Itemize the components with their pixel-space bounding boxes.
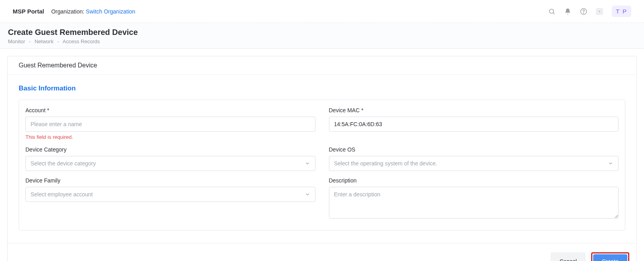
device-family-select[interactable]: Select employee account xyxy=(25,187,315,202)
device-os-placeholder: Select the operating system of the devic… xyxy=(334,160,437,167)
svg-line-1 xyxy=(553,13,554,14)
org-group: Organization: Switch Organization xyxy=(51,8,135,15)
portal-name: MSP Portal xyxy=(13,8,44,15)
card-body: Basic Information Account * This field i… xyxy=(8,75,636,243)
card-wrap: Guest Remembered Device Basic Informatio… xyxy=(0,49,644,261)
device-category-label: Device Category xyxy=(25,146,315,153)
device-family-label: Device Family xyxy=(25,177,315,184)
org-label: Organization: xyxy=(51,8,84,15)
breadcrumb-sep: - xyxy=(57,38,59,44)
card-footer: Cancel Create xyxy=(8,243,636,261)
device-os-label: Device OS xyxy=(329,146,619,153)
device-category-select[interactable]: Select the device category xyxy=(25,156,315,171)
breadcrumb: Monitor - Network - Access Records xyxy=(8,38,636,44)
switch-org-link[interactable]: Switch Organization xyxy=(86,8,135,15)
device-os-select[interactable]: Select the operating system of the devic… xyxy=(329,156,619,171)
create-button[interactable]: Create xyxy=(593,254,627,261)
device-mac-input[interactable] xyxy=(329,117,619,132)
field-description: Description xyxy=(329,177,619,220)
form-section: Account * This field is required. Device… xyxy=(19,100,625,230)
user-avatar[interactable]: T P xyxy=(612,6,631,17)
svg-point-0 xyxy=(549,9,554,13)
top-header: MSP Portal Organization: Switch Organiza… xyxy=(0,0,644,23)
card-title: Guest Remembered Device xyxy=(8,56,636,75)
header-left: MSP Portal Organization: Switch Organiza… xyxy=(13,8,135,15)
form-row: Device Category Select the device catego… xyxy=(25,146,619,171)
create-highlight: Create xyxy=(591,252,629,261)
breadcrumb-item[interactable]: Access Records xyxy=(63,38,100,44)
cancel-button[interactable]: Cancel xyxy=(551,252,586,261)
card: Guest Remembered Device Basic Informatio… xyxy=(7,56,637,261)
header-right: T P xyxy=(548,6,631,17)
field-account: Account * This field is required. xyxy=(25,107,315,140)
form-row: Device Family Select employee account De… xyxy=(25,177,619,220)
breadcrumb-item[interactable]: Network xyxy=(35,38,54,44)
field-device-os: Device OS Select the operating system of… xyxy=(329,146,619,171)
bell-icon[interactable] xyxy=(564,8,571,15)
svg-point-3 xyxy=(583,13,584,13)
field-device-category: Device Category Select the device catego… xyxy=(25,146,315,171)
device-category-placeholder: Select the device category xyxy=(31,160,96,167)
help-icon[interactable] xyxy=(580,8,587,15)
breadcrumb-item[interactable]: Monitor xyxy=(8,38,25,44)
field-device-mac: Device MAC * xyxy=(329,107,619,140)
page-header: Create Guest Remembered Device Monitor -… xyxy=(0,23,644,49)
chevron-down-icon xyxy=(608,161,613,166)
description-label: Description xyxy=(329,177,619,184)
form-row: Account * This field is required. Device… xyxy=(25,107,619,140)
device-family-placeholder: Select employee account xyxy=(31,191,93,198)
video-icon[interactable] xyxy=(596,8,603,15)
description-textarea[interactable] xyxy=(329,187,619,219)
chevron-down-icon xyxy=(305,161,310,166)
breadcrumb-sep: - xyxy=(29,38,31,44)
search-icon[interactable] xyxy=(548,8,555,15)
account-input[interactable] xyxy=(25,117,315,132)
account-error: This field is required. xyxy=(25,134,315,140)
device-mac-label: Device MAC * xyxy=(329,107,619,113)
field-device-family: Device Family Select employee account xyxy=(25,177,315,220)
chevron-down-icon xyxy=(305,192,310,197)
account-label: Account * xyxy=(25,107,315,113)
section-title: Basic Information xyxy=(19,84,625,92)
page-title: Create Guest Remembered Device xyxy=(8,28,636,37)
